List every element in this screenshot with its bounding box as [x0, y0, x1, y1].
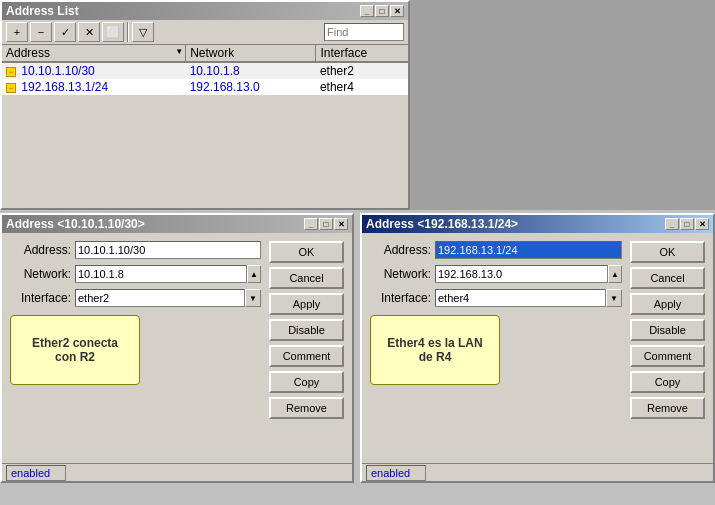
copy-button-left[interactable]: Copy: [269, 371, 344, 393]
remove-toolbar-button[interactable]: −: [30, 22, 52, 42]
network-spin-btn[interactable]: ▲: [247, 265, 261, 283]
interface-row: Interface: ▼: [10, 289, 261, 307]
dialog-left-content: Address: Network: ▲ Interface: ▼ Ether2 …: [2, 233, 352, 459]
delete-button[interactable]: ✕: [78, 22, 100, 42]
status-bar-right: enabled: [362, 463, 713, 481]
network-row-right: Network: ▲: [370, 265, 622, 283]
dialog-right-buttons: OK Cancel Apply Disable Comment Copy Rem…: [630, 241, 705, 451]
minimize-btn[interactable]: _: [360, 5, 374, 17]
interface-dropdown-btn-right[interactable]: ▼: [606, 289, 622, 307]
close-btn[interactable]: ✕: [390, 5, 404, 17]
interface-input-left[interactable]: [75, 289, 245, 307]
status-panel-right: enabled: [366, 465, 426, 481]
dialog-right-form: Address: Network: ▲ Interface: ▼ Ether4 …: [370, 241, 622, 451]
status-text-left: enabled: [11, 467, 50, 479]
dialog-left-buttons: OK Cancel Apply Disable Comment Copy Rem…: [269, 241, 344, 451]
address-cell: + 192.168.13.1/24: [2, 79, 186, 95]
network-input-right[interactable]: [435, 265, 608, 283]
ok-button-right[interactable]: OK: [630, 241, 705, 263]
minimize-btn-left[interactable]: _: [304, 218, 318, 230]
comment-button-right[interactable]: Comment: [630, 345, 705, 367]
dialog-right-title: Address <192.168.13.1/24>: [366, 217, 518, 231]
status-panel-left: enabled: [6, 465, 66, 481]
maximize-btn-left[interactable]: □: [319, 218, 333, 230]
network-label-right: Network:: [370, 267, 435, 281]
dialog-right-title-bar: Address <192.168.13.1/24> _ □ ✕: [362, 215, 713, 233]
ip-icon: +: [6, 67, 16, 77]
close-btn-right[interactable]: ✕: [695, 218, 709, 230]
address-label: Address:: [10, 243, 75, 257]
network-column-header[interactable]: Network: [186, 45, 316, 62]
network-spin-btn-right[interactable]: ▲: [608, 265, 622, 283]
title-bar-controls-left: _ □ ✕: [304, 218, 348, 230]
address-table: Address ▼ Network Interface + 10.10.1.10…: [2, 45, 408, 95]
dialog-right: Address <192.168.13.1/24> _ □ ✕ Address:…: [360, 213, 715, 483]
dialog-left: Address <10.10.1.10/30> _ □ ✕ Address: N…: [0, 213, 354, 483]
disable-button-left[interactable]: Disable: [269, 319, 344, 341]
copy-button-right[interactable]: Copy: [630, 371, 705, 393]
minimize-btn-right[interactable]: _: [665, 218, 679, 230]
comment-button-left[interactable]: Comment: [269, 345, 344, 367]
network-input-container-right: ▲: [435, 265, 622, 283]
address-list-window: Address List _ □ ✕ + − ✓ ✕ ⬜ ▽ Address ▼…: [0, 0, 410, 210]
cancel-button-right[interactable]: Cancel: [630, 267, 705, 289]
add-button[interactable]: +: [6, 22, 28, 42]
ok-button-left[interactable]: OK: [269, 241, 344, 263]
close-btn-left[interactable]: ✕: [334, 218, 348, 230]
interface-label: Interface:: [10, 291, 75, 305]
network-input-left[interactable]: [75, 265, 247, 283]
gray-area: [410, 0, 715, 210]
disable-button-right[interactable]: Disable: [630, 319, 705, 341]
toolbar-separator: [127, 22, 129, 42]
address-row-right: Address:: [370, 241, 622, 259]
apply-button-right[interactable]: Apply: [630, 293, 705, 315]
interface-input-container: ▼: [75, 289, 261, 307]
dialog-right-content: Address: Network: ▲ Interface: ▼ Ether4 …: [362, 233, 713, 459]
dialog-left-form: Address: Network: ▲ Interface: ▼ Ether2 …: [10, 241, 261, 451]
address-column-header[interactable]: Address ▼: [2, 45, 186, 62]
dialog-left-title-bar: Address <10.10.1.10/30> _ □ ✕: [2, 215, 352, 233]
address-cell: + 10.10.1.10/30: [2, 62, 186, 79]
edit-button[interactable]: ✓: [54, 22, 76, 42]
interface-input-right[interactable]: [435, 289, 606, 307]
address-row: Address:: [10, 241, 261, 259]
address-label-right: Address:: [370, 243, 435, 257]
interface-label-right: Interface:: [370, 291, 435, 305]
address-list-title: Address List: [6, 4, 79, 18]
network-row: Network: ▲: [10, 265, 261, 283]
maximize-btn-right[interactable]: □: [680, 218, 694, 230]
network-label: Network:: [10, 267, 75, 281]
remove-button-left[interactable]: Remove: [269, 397, 344, 419]
tooltip-right: Ether4 es la LAN de R4: [370, 315, 500, 385]
interface-input-container-right: ▼: [435, 289, 622, 307]
interface-dropdown-btn[interactable]: ▼: [245, 289, 261, 307]
table-row[interactable]: + 10.10.1.10/30 10.10.1.8 ether2: [2, 62, 408, 79]
sort-icon: ▼: [175, 47, 183, 56]
address-list-toolbar: + − ✓ ✕ ⬜ ▽: [2, 20, 408, 45]
find-input[interactable]: [324, 23, 404, 41]
interface-column-header[interactable]: Interface: [316, 45, 408, 62]
copy-toolbar-button[interactable]: ⬜: [102, 22, 124, 42]
address-input-left[interactable]: [75, 241, 261, 259]
address-list-title-bar: Address List _ □ ✕: [2, 2, 408, 20]
title-bar-controls-right: _ □ ✕: [665, 218, 709, 230]
remove-button-right[interactable]: Remove: [630, 397, 705, 419]
dialog-left-title: Address <10.10.1.10/30>: [6, 217, 145, 231]
status-bar-left: enabled: [2, 463, 352, 481]
title-bar-controls: _ □ ✕: [360, 5, 404, 17]
network-input-container: ▲: [75, 265, 261, 283]
interface-cell: ether2: [316, 62, 408, 79]
interface-cell: ether4: [316, 79, 408, 95]
filter-button[interactable]: ▽: [132, 22, 154, 42]
apply-button-left[interactable]: Apply: [269, 293, 344, 315]
network-cell: 10.10.1.8: [186, 62, 316, 79]
interface-row-right: Interface: ▼: [370, 289, 622, 307]
address-table-container: Address ▼ Network Interface + 10.10.1.10…: [2, 45, 408, 191]
network-cell: 192.168.13.0: [186, 79, 316, 95]
status-text-right: enabled: [371, 467, 410, 479]
maximize-btn[interactable]: □: [375, 5, 389, 17]
address-input-right[interactable]: [435, 241, 622, 259]
cancel-button-left[interactable]: Cancel: [269, 267, 344, 289]
table-row[interactable]: + 192.168.13.1/24 192.168.13.0 ether4: [2, 79, 408, 95]
tooltip-left: Ether2 conecta con R2: [10, 315, 140, 385]
